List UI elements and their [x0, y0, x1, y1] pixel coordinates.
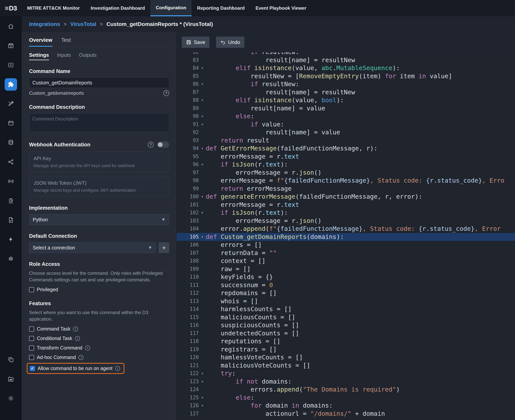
nav-item-reporting-dashboard[interactable]: Reporting Dashboard — [192, 0, 250, 16]
folder-media-icon[interactable] — [5, 373, 17, 385]
home-icon[interactable] — [5, 20, 17, 32]
lightning-icon[interactable] — [5, 233, 17, 246]
code-text[interactable]: undetectedCounts = [] — [206, 329, 515, 338]
nav-item-mitre-attck-monitor[interactable]: MITRE ATT&CK Monitor — [22, 0, 85, 16]
transform-command-checkbox[interactable] — [29, 345, 34, 351]
line-gutter[interactable]: 91▾ — [177, 120, 206, 128]
save-button[interactable]: Save — [182, 37, 209, 48]
code-text[interactable]: if resultNew: — [206, 80, 515, 88]
fold-arrow-icon[interactable]: ▾ — [199, 114, 206, 119]
command-task-checkbox[interactable] — [29, 326, 34, 331]
gear-icon[interactable] — [5, 392, 17, 405]
code-line-127[interactable]: 127 actionurl = "/domains/" + domain — [177, 410, 515, 418]
code-line-90[interactable]: 90▾ else: — [177, 112, 515, 120]
fold-arrow-icon[interactable]: ▾ — [199, 195, 206, 199]
fold-arrow-icon[interactable]: ▾ — [199, 146, 206, 151]
code-text[interactable]: raw = [] — [206, 265, 515, 273]
fold-arrow-icon[interactable]: ▾ — [199, 395, 206, 400]
code-line-120[interactable]: 120 hamlessVoteCounts = [] — [177, 353, 515, 361]
line-gutter[interactable]: 115 — [177, 313, 206, 322]
line-gutter[interactable]: 86▾ — [177, 80, 206, 88]
line-gutter[interactable]: 100▾ — [177, 193, 206, 201]
default-connection-select[interactable]: Select a connection ▼ — [29, 242, 156, 253]
line-gutter[interactable]: 113 — [177, 297, 206, 305]
line-gutter[interactable]: 127 — [177, 410, 206, 418]
code-text[interactable]: else: — [206, 112, 515, 120]
code-line-112[interactable]: 112 repdomains = [] — [177, 289, 515, 297]
code-text[interactable]: whois = [] — [206, 297, 515, 305]
code-text[interactable]: errors.append("The Domains is required") — [206, 386, 515, 394]
line-gutter[interactable]: 102▾ — [177, 209, 206, 217]
code-line-94[interactable]: 94▾def GetErrorMessage(failedFunctionMes… — [177, 144, 515, 153]
code-text[interactable]: if resultNew: — [206, 52, 515, 56]
code-line-91[interactable]: 91▾ if value: — [177, 120, 515, 128]
code-line-110[interactable]: 110 keyFields = {} — [177, 273, 515, 281]
privileged-checkbox[interactable] — [29, 287, 34, 292]
info-icon[interactable]: i — [73, 326, 78, 331]
subtab-outputs[interactable]: Outputs — [79, 52, 97, 60]
line-gutter[interactable]: 88▾ — [177, 96, 206, 104]
code-text[interactable]: result[name] = resultNew — [206, 56, 515, 64]
line-gutter[interactable]: 82 — [177, 52, 206, 56]
line-gutter[interactable]: 109 — [177, 265, 206, 273]
code-line-88[interactable]: 88▾ elif isinstance(value, bool): — [177, 96, 515, 104]
fold-arrow-icon[interactable]: ▾ — [199, 66, 206, 70]
nav-item-event-playbook-viewer[interactable]: Event Playbook Viewer — [250, 0, 312, 16]
code-line-114[interactable]: 114 harmlessCounts = [] — [177, 305, 515, 313]
line-gutter[interactable]: 124 — [177, 386, 206, 394]
breadcrumb-integrations[interactable]: Integrations — [29, 21, 60, 27]
code-line-93[interactable]: 93 return result — [177, 136, 515, 145]
line-gutter[interactable]: 94▾ — [177, 144, 206, 153]
info-icon[interactable]: i — [85, 345, 90, 351]
video-icon[interactable] — [5, 59, 17, 71]
code-text[interactable]: errorMessage = r.text — [206, 153, 515, 161]
code-text[interactable]: maliciousCounts = [] — [206, 313, 515, 322]
code-line-105[interactable]: 105▾def Custom_getDomainReports(domains)… — [177, 233, 515, 241]
nav-item-configuration[interactable]: Configuration — [150, 0, 192, 16]
line-gutter[interactable]: 97 — [177, 169, 206, 177]
line-gutter[interactable]: 119 — [177, 345, 206, 353]
line-gutter[interactable]: 118 — [177, 337, 206, 345]
fold-arrow-icon[interactable]: ▾ — [199, 371, 206, 376]
code-text[interactable]: error.append(f"{failedFunctionMessage}, … — [206, 225, 515, 233]
code-text[interactable]: harmlessCounts = [] — [206, 305, 515, 313]
jwt-card[interactable]: JSON Web Token (JWT) Manage secret keys … — [29, 176, 169, 197]
code-text[interactable]: context = [] — [206, 257, 515, 265]
code-line-87[interactable]: 87 result[name] = resultNew — [177, 88, 515, 97]
code-line-117[interactable]: 117 undetectedCounts = [] — [177, 329, 515, 338]
code-text[interactable]: if isJson(r.text): — [206, 209, 515, 217]
pie-report-icon[interactable] — [5, 195, 17, 207]
code-line-96[interactable]: 96▾ if isJson(r.text): — [177, 161, 515, 169]
add-connection-button[interactable]: + — [159, 242, 169, 253]
line-gutter[interactable]: 92 — [177, 128, 206, 136]
line-gutter[interactable]: 110 — [177, 273, 206, 281]
code-text[interactable]: actionurl = "/domains/" + domain — [206, 410, 515, 418]
code-text[interactable]: if isJson(r.text): — [206, 161, 515, 169]
code-line-97[interactable]: 97 errorMessage = r.json() — [177, 169, 515, 177]
code-line-109[interactable]: 109 raw = [] — [177, 265, 515, 273]
line-gutter[interactable]: 98 — [177, 177, 206, 185]
conditional-task-checkbox[interactable] — [29, 336, 34, 341]
code-text[interactable]: successnum = 0 — [206, 281, 515, 289]
code-text[interactable]: else: — [206, 394, 515, 402]
subtab-settings[interactable]: Settings — [29, 52, 49, 60]
fold-arrow-icon[interactable]: ▾ — [199, 162, 206, 167]
code-text[interactable]: resultNew = [RemoveEmptyEntry(item) for … — [206, 72, 515, 80]
code-text[interactable]: errorMessage = r.text — [206, 201, 515, 209]
line-gutter[interactable]: 95 — [177, 153, 206, 161]
code-line-82[interactable]: 82 if resultNew: — [177, 52, 515, 56]
command-description-input[interactable] — [29, 113, 169, 132]
line-gutter[interactable]: 122▾ — [177, 369, 206, 378]
allow-agent-checkbox[interactable] — [30, 366, 35, 371]
line-gutter[interactable]: 107 — [177, 249, 206, 257]
fold-arrow-icon[interactable]: ▾ — [199, 403, 206, 408]
code-text[interactable]: keyFields = {} — [206, 273, 515, 281]
code-line-98[interactable]: 98 errorMessage = f"{failedFunctionMessa… — [177, 177, 515, 185]
code-text[interactable]: def Custom_getDomainReports(domains): — [206, 233, 515, 241]
webhook-auth-toggle[interactable] — [157, 142, 169, 148]
code-line-111[interactable]: 111 successnum = 0 — [177, 281, 515, 289]
line-gutter[interactable]: 111 — [177, 281, 206, 289]
breadcrumb-virustotal[interactable]: VirusTotal — [70, 21, 96, 27]
code-text[interactable]: def GetErrorMessage(failedFunctionMessag… — [206, 144, 515, 153]
line-gutter[interactable]: 96▾ — [177, 161, 206, 169]
